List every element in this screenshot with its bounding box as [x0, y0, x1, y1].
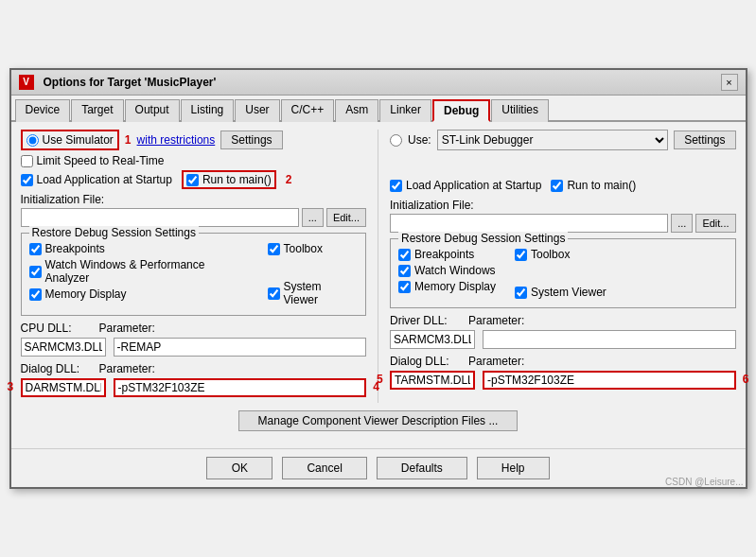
right-system-label: System Viewer [531, 286, 607, 299]
right-dialog-dll-section: Dialog DLL: Parameter: 5 6 [390, 355, 736, 390]
driver-param-input[interactable] [483, 330, 736, 349]
left-watch-cb[interactable] [29, 266, 42, 278]
window-title: Options for Target 'MusicPlayer' [44, 76, 217, 89]
tab-bar: Device Target Output Listing User C/C++ … [11, 96, 746, 122]
init-file-row: ... Edit... [21, 208, 367, 227]
left-breakpoints-label: Breakpoints [45, 242, 105, 255]
close-button[interactable]: × [721, 74, 738, 91]
right-watch-cb[interactable] [398, 265, 411, 277]
right-dialog-dll-label: Dialog DLL: [390, 355, 461, 368]
dialog-dll-label: Dialog DLL: [21, 362, 92, 375]
init-file-label: Initialization File: [21, 193, 367, 206]
right-toolbox-label: Toolbox [531, 248, 570, 261]
badge-2: 2 [286, 173, 292, 186]
tab-asm[interactable]: Asm [335, 99, 378, 122]
run-to-main-label: Run to main() [202, 173, 272, 186]
cpu-dll-input[interactable] [21, 338, 106, 357]
right-system-cb[interactable] [515, 287, 527, 299]
tab-linker[interactable]: Linker [379, 99, 431, 122]
right-panel: Use: ST-Link Debugger Settings Load Appl… [390, 130, 736, 403]
init-file-input[interactable] [21, 208, 299, 227]
dialog-dll-input[interactable] [21, 378, 106, 397]
right-settings-button[interactable]: Settings [674, 131, 735, 149]
left-breakpoints-cb[interactable] [29, 243, 42, 255]
tab-listing[interactable]: Listing [181, 99, 235, 122]
left-init-file: Initialization File: ... Edit... [21, 193, 367, 227]
badge-5: 5 [377, 373, 383, 386]
init-edit-button[interactable]: Edit... [326, 208, 366, 227]
load-run-row: Load Application at Startup Run to main(… [21, 170, 367, 189]
use-simulator-option[interactable]: Use Simulator [21, 130, 119, 150]
with-restrictions-link[interactable]: with restrictions [137, 133, 216, 147]
left-system-cb[interactable] [268, 287, 280, 300]
left-cpu-dll-section: CPU DLL: Parameter: [21, 322, 367, 357]
left-toolbox-label: Toolbox [284, 242, 323, 255]
debugger-select[interactable]: ST-Link Debugger [437, 130, 668, 150]
ok-button[interactable]: OK [206, 457, 273, 479]
badge-3: 3 [8, 380, 14, 393]
tab-user[interactable]: User [235, 99, 279, 122]
run-to-main-checkbox[interactable] [186, 174, 199, 186]
left-restore-group: Restore Debug Session Settings Breakpoin… [21, 233, 367, 316]
tab-target[interactable]: Target [71, 99, 123, 122]
right-dialog-param-input[interactable] [483, 371, 736, 390]
watermark: CSDN @Leisure... [665, 477, 743, 487]
cpu-dll-label: CPU DLL: [21, 322, 92, 335]
dialog-param-label: Parameter: [99, 362, 155, 375]
tab-utilities[interactable]: Utilities [491, 99, 549, 122]
right-memory-cb[interactable] [398, 281, 411, 293]
left-system-label: System Viewer [284, 280, 358, 306]
left-settings-button[interactable]: Settings [220, 131, 282, 149]
cancel-button[interactable]: Cancel [282, 457, 366, 479]
right-watch-label: Watch Windows [414, 264, 496, 277]
right-breakpoints-cb[interactable] [398, 249, 411, 261]
badge-1: 1 [125, 133, 132, 147]
debugger-radio[interactable] [390, 134, 402, 147]
tab-cpp[interactable]: C/C++ [281, 99, 335, 122]
init-browse-button[interactable]: ... [302, 208, 324, 227]
right-load-app-cb[interactable] [390, 180, 402, 192]
badge-6: 6 [743, 373, 749, 386]
driver-dll-input[interactable] [390, 330, 475, 349]
right-run-to-main-cb[interactable] [551, 180, 563, 192]
right-run-to-main-label: Run to main() [567, 179, 636, 192]
right-init-file-input[interactable] [390, 214, 668, 233]
simulator-radio[interactable] [26, 134, 39, 147]
right-init-edit-button[interactable]: Edit... [695, 214, 735, 233]
right-init-browse-button[interactable]: ... [671, 214, 693, 233]
simulator-label: Use Simulator [43, 133, 114, 147]
right-memory-label: Memory Display [414, 280, 496, 293]
left-memory-label: Memory Display [45, 287, 127, 301]
right-dialog-dll-input[interactable] [390, 371, 475, 390]
run-to-main-box: Run to main() [182, 170, 276, 189]
load-app-checkbox[interactable] [21, 174, 33, 186]
cpu-dll-row [21, 338, 367, 357]
right-toolbox-cb[interactable] [515, 249, 527, 261]
load-app-label: Load Application at Startup [37, 173, 172, 186]
dialog-param-input[interactable] [114, 378, 367, 397]
tab-output[interactable]: Output [125, 99, 180, 122]
title-bar: V Options for Target 'MusicPlayer' × [11, 70, 746, 96]
simulator-row: Use Simulator 1 with restrictions Settin… [21, 130, 367, 150]
right-dialog-dll-row: 5 6 [390, 371, 736, 390]
left-panel: Use Simulator 1 with restrictions Settin… [21, 130, 367, 403]
limit-speed-label: Limit Speed to Real-Time [37, 154, 165, 167]
cpu-param-input[interactable] [114, 338, 367, 357]
help-button[interactable]: Help [477, 457, 550, 479]
manage-component-button[interactable]: Manage Component Viewer Description File… [238, 410, 519, 431]
driver-param-label: Parameter: [468, 314, 524, 327]
load-app-row: Load Application at Startup [21, 173, 172, 186]
driver-dll-row [390, 330, 736, 349]
right-driver-dll-section: Driver DLL: Parameter: [390, 314, 736, 349]
tab-device[interactable]: Device [15, 99, 71, 122]
left-toolbox-cb[interactable] [268, 243, 280, 255]
use-label: Use: [408, 133, 431, 147]
tab-debug[interactable]: Debug [432, 99, 490, 122]
left-memory-cb[interactable] [29, 288, 42, 301]
dialog-dll-row: 3 4 [21, 378, 367, 397]
defaults-button[interactable]: Defaults [377, 457, 467, 479]
limit-speed-checkbox[interactable] [21, 155, 33, 167]
limit-speed-row: Limit Speed to Real-Time [21, 154, 367, 167]
right-breakpoints-label: Breakpoints [414, 248, 474, 261]
right-restore-group: Restore Debug Session Settings Breakpoin… [390, 238, 736, 308]
